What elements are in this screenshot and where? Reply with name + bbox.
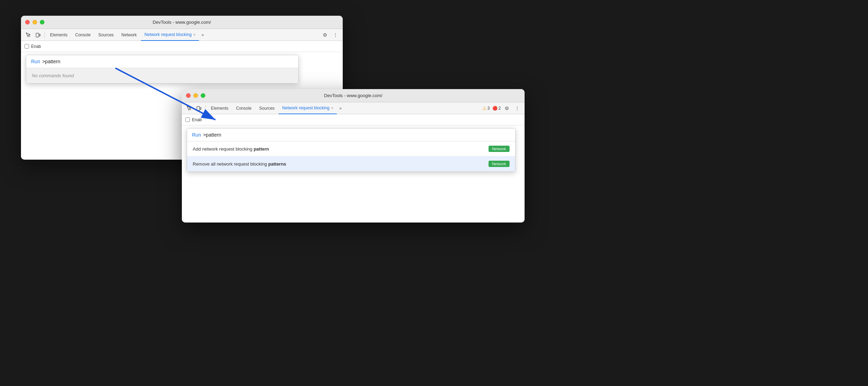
- settings-icon-1[interactable]: ⚙: [320, 30, 329, 39]
- maximize-button-1[interactable]: [40, 20, 44, 24]
- tab-console-1[interactable]: Console: [72, 29, 94, 41]
- warning-icon: ⚠: [482, 105, 487, 111]
- enable-label-1: Enab: [31, 44, 41, 49]
- title-bar-2: DevTools - www.google.com/: [182, 89, 525, 102]
- error-badge: 🔴 2: [492, 106, 501, 111]
- tab-console-2[interactable]: Console: [233, 102, 255, 114]
- tab-close-icon-1[interactable]: ×: [193, 32, 195, 37]
- traffic-lights-1: [25, 20, 44, 24]
- title-bar-1: DevTools - www.google.com/: [21, 16, 343, 29]
- inspect-icon[interactable]: [24, 30, 33, 39]
- minimize-button-2[interactable]: [193, 93, 198, 98]
- device-icon-2[interactable]: [194, 104, 204, 113]
- tab-close-icon-2[interactable]: ×: [331, 106, 333, 110]
- window-title-1: DevTools - www.google.com/: [153, 20, 211, 25]
- cmd-run-label-2: Run: [192, 132, 201, 138]
- cmd-input-row-1: Run >pattern: [26, 55, 298, 68]
- devtools-toolbar-2: Elements Console Sources Network request…: [182, 102, 525, 114]
- cmd-result-row-1[interactable]: Add network request blocking pattern Net…: [187, 141, 515, 156]
- svg-rect-1: [36, 33, 39, 37]
- devtools-toolbar-1: Elements Console Sources Network Network…: [21, 29, 343, 41]
- cmd-run-label-1: Run: [31, 59, 40, 64]
- enable-checkbox-1[interactable]: [24, 44, 29, 49]
- cmd-palette-1: Run >pattern No commands found: [26, 55, 299, 83]
- tab-network-1[interactable]: Network: [118, 29, 140, 41]
- toolbar-separator-2: [205, 105, 206, 112]
- tab-sources-2[interactable]: Sources: [256, 102, 278, 114]
- enable-label-2: Enab: [192, 117, 202, 122]
- tab-sources-1[interactable]: Sources: [95, 29, 117, 41]
- cmd-input-text-2[interactable]: >pattern: [203, 132, 221, 138]
- window-title-2: DevTools - www.google.com/: [324, 93, 383, 98]
- tab-elements-1[interactable]: Elements: [47, 29, 71, 41]
- tab-more-2[interactable]: »: [337, 106, 343, 111]
- warning-badge: ⚠ 3: [482, 105, 490, 111]
- cmd-result-badge-2: Network: [489, 161, 510, 167]
- cmd-input-row-2: Run >pattern: [187, 129, 515, 141]
- device-icon[interactable]: [34, 30, 43, 39]
- warning-count: 3: [488, 106, 490, 111]
- error-count: 2: [498, 106, 501, 111]
- devtools-content-2: Enab Run >pattern Add network request bl…: [182, 114, 525, 223]
- cmd-no-results-1: No commands found: [26, 68, 298, 83]
- devtools-window-2: DevTools - www.google.com/ Elements Cons…: [182, 89, 525, 223]
- cmd-result-label-1: Add network request blocking pattern: [193, 146, 489, 152]
- tab-more-1[interactable]: »: [200, 32, 206, 37]
- traffic-lights-2: [186, 93, 205, 98]
- close-button-1[interactable]: [25, 20, 30, 24]
- toolbar-right-2: ⚠ 3 🔴 2 ⚙ ⋮: [481, 104, 522, 113]
- toolbar-right-1: ⚙ ⋮: [320, 30, 340, 39]
- enable-checkbox-2[interactable]: [185, 117, 190, 122]
- tab-network-request-blocking-1[interactable]: Network request blocking ×: [141, 29, 199, 41]
- settings-icon-2[interactable]: ⚙: [502, 104, 511, 113]
- cmd-result-badge-1: Network: [489, 146, 510, 152]
- enable-row-1: Enab: [21, 41, 343, 52]
- close-button-2[interactable]: [186, 93, 191, 98]
- cmd-palette-2: Run >pattern Add network request blockin…: [187, 128, 515, 172]
- svg-rect-4: [197, 107, 200, 110]
- svg-rect-2: [39, 34, 40, 36]
- maximize-button-2[interactable]: [201, 93, 205, 98]
- more-icon-2[interactable]: ⋮: [513, 104, 522, 113]
- more-icon-1[interactable]: ⋮: [331, 30, 340, 39]
- enable-row-2: Enab: [182, 114, 525, 125]
- svg-rect-5: [200, 108, 201, 109]
- minimize-button-1[interactable]: [33, 20, 37, 24]
- error-icon: 🔴: [492, 106, 498, 111]
- cmd-result-label-2: Remove all network request blocking patt…: [193, 161, 489, 167]
- svg-line-0: [29, 35, 30, 37]
- cmd-input-text-1[interactable]: >pattern: [42, 59, 61, 64]
- cmd-result-row-2[interactable]: Remove all network request blocking patt…: [187, 156, 515, 172]
- toolbar-separator-1: [44, 31, 45, 38]
- inspect-icon-2[interactable]: [185, 104, 194, 113]
- tab-elements-2[interactable]: Elements: [207, 102, 232, 114]
- tab-network-request-blocking-2[interactable]: Network request blocking ×: [279, 102, 337, 114]
- svg-line-3: [190, 109, 191, 110]
